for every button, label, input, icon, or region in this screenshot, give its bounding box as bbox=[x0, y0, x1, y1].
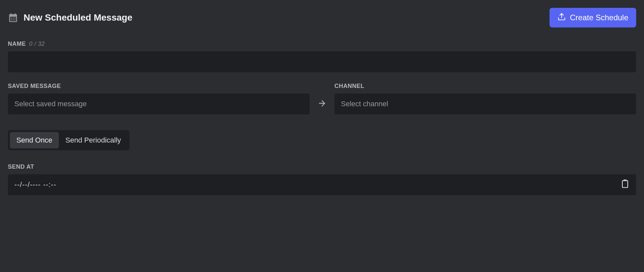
send-once-tab[interactable]: Send Once bbox=[10, 132, 59, 148]
page-title: New Scheduled Message bbox=[24, 12, 132, 23]
upload-icon bbox=[557, 12, 566, 23]
arrow-separator bbox=[317, 94, 327, 114]
channel-placeholder: Select channel bbox=[341, 100, 388, 108]
send-at-label: SEND AT bbox=[8, 163, 636, 170]
message-channel-row: SAVED MESSAGE Select saved message CHANN… bbox=[8, 83, 636, 114]
saved-message-label: SAVED MESSAGE bbox=[8, 83, 310, 90]
channel-col: CHANNEL Select channel bbox=[334, 83, 636, 114]
channel-label: CHANNEL bbox=[334, 83, 636, 90]
name-label-row: NAME 0 / 32 bbox=[8, 41, 636, 47]
saved-message-select[interactable]: Select saved message bbox=[8, 94, 310, 114]
page-header: New Scheduled Message Create Schedule bbox=[8, 8, 636, 27]
send-at-field-group: SEND AT --/--/---- --:-- bbox=[8, 163, 636, 195]
send-mode-toggle: Send Once Send Periodically bbox=[8, 130, 129, 150]
arrow-right-icon bbox=[317, 99, 327, 109]
saved-message-placeholder: Select saved message bbox=[14, 100, 87, 108]
send-at-value: --/--/---- --:-- bbox=[14, 180, 56, 189]
svg-rect-2 bbox=[622, 181, 628, 188]
clipboard-icon bbox=[620, 179, 630, 190]
name-input[interactable] bbox=[8, 51, 636, 72]
calendar-icon bbox=[8, 12, 18, 23]
send-periodically-tab[interactable]: Send Periodically bbox=[59, 132, 127, 148]
saved-message-col: SAVED MESSAGE Select saved message bbox=[8, 83, 310, 114]
title-group: New Scheduled Message bbox=[8, 12, 132, 23]
name-char-count: 0 / 32 bbox=[29, 41, 45, 47]
name-field-group: NAME 0 / 32 bbox=[8, 41, 636, 72]
send-at-input[interactable]: --/--/---- --:-- bbox=[8, 174, 636, 195]
create-schedule-button[interactable]: Create Schedule bbox=[550, 8, 636, 27]
name-label: NAME bbox=[8, 41, 26, 47]
create-schedule-label: Create Schedule bbox=[570, 13, 628, 22]
channel-select[interactable]: Select channel bbox=[334, 94, 636, 114]
